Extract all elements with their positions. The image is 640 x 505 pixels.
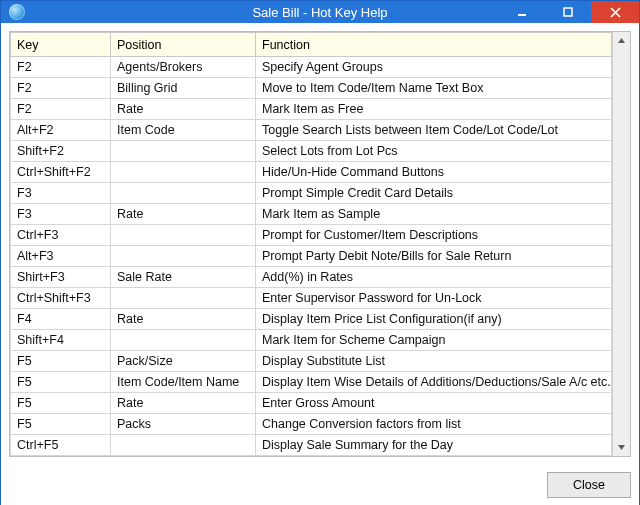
cell-position: [111, 183, 256, 204]
cell-function: Mark Item as Sample: [256, 204, 612, 225]
svg-rect-0: [518, 14, 526, 16]
cell-key: F5: [11, 351, 111, 372]
dialog-footer: Close: [9, 457, 631, 505]
close-button[interactable]: Close: [547, 472, 631, 498]
cell-function: Prompt Party Debit Note/Bills for Sale R…: [256, 246, 612, 267]
cell-function: Move to Item Code/Item Name Text Box: [256, 78, 612, 99]
cell-position: [111, 162, 256, 183]
table-row[interactable]: Ctrl+Shift+F2Hide/Un-Hide Command Button…: [11, 162, 612, 183]
table-scroll-area[interactable]: Key Position Function F2Agents/BrokersSp…: [10, 32, 612, 456]
hotkey-table: Key Position Function F2Agents/BrokersSp…: [10, 32, 612, 456]
vertical-scrollbar[interactable]: [612, 32, 630, 456]
cell-key: Ctrl+Shift+F3: [11, 288, 111, 309]
cell-function: Display Substitute List: [256, 351, 612, 372]
cell-position: Rate: [111, 393, 256, 414]
cell-function: Toggle Search Lists between Item Code/Lo…: [256, 120, 612, 141]
cell-key: F3: [11, 204, 111, 225]
cell-position: Sale Rate: [111, 267, 256, 288]
table-row[interactable]: F3RateMark Item as Sample: [11, 204, 612, 225]
cell-function: Enter Gross Amount: [256, 393, 612, 414]
table-row[interactable]: F5RateEnter Gross Amount: [11, 393, 612, 414]
cell-function: Select Lots from Lot Pcs: [256, 141, 612, 162]
table-row[interactable]: Alt+F3Prompt Party Debit Note/Bills for …: [11, 246, 612, 267]
cell-key: F2: [11, 99, 111, 120]
cell-key: Alt+F2: [11, 120, 111, 141]
scroll-down-icon[interactable]: [613, 439, 630, 456]
cell-position: Rate: [111, 99, 256, 120]
window-close-button[interactable]: [591, 1, 639, 23]
cell-key: Ctrl+Shift+F2: [11, 162, 111, 183]
cell-function: Enter Supervisor Password for Un-Lock: [256, 288, 612, 309]
cell-key: F2: [11, 57, 111, 78]
minimize-button[interactable]: [499, 1, 545, 23]
table-row[interactable]: F2Agents/BrokersSpecify Agent Groups: [11, 57, 612, 78]
table-row[interactable]: F3Prompt Simple Credit Card Details: [11, 183, 612, 204]
titlebar[interactable]: Sale Bill - Hot Key Help: [1, 1, 639, 23]
cell-function: Mark Item as Free: [256, 99, 612, 120]
cell-position: [111, 435, 256, 456]
table-row[interactable]: Ctrl+Shift+F3Enter Supervisor Password f…: [11, 288, 612, 309]
app-icon: [9, 4, 25, 20]
cell-key: F4: [11, 309, 111, 330]
cell-position: Packs: [111, 414, 256, 435]
maximize-button[interactable]: [545, 1, 591, 23]
col-header-key[interactable]: Key: [11, 33, 111, 57]
hotkey-table-container: Key Position Function F2Agents/BrokersSp…: [9, 31, 631, 457]
table-row[interactable]: F2RateMark Item as Free: [11, 99, 612, 120]
cell-key: F3: [11, 183, 111, 204]
cell-position: [111, 225, 256, 246]
cell-key: F5: [11, 414, 111, 435]
table-row[interactable]: F4RateDisplay Item Price List Configurat…: [11, 309, 612, 330]
cell-key: Ctrl+F5: [11, 435, 111, 456]
table-row[interactable]: F5Item Code/Item NameDisplay Item Wise D…: [11, 372, 612, 393]
cell-function: Prompt Simple Credit Card Details: [256, 183, 612, 204]
client-area: Key Position Function F2Agents/BrokersSp…: [1, 23, 639, 505]
cell-position: Rate: [111, 309, 256, 330]
cell-function: Hide/Un-Hide Command Buttons: [256, 162, 612, 183]
cell-function: Add(%) in Rates: [256, 267, 612, 288]
table-row[interactable]: F2Billing GridMove to Item Code/Item Nam…: [11, 78, 612, 99]
cell-position: Pack/Size: [111, 351, 256, 372]
scroll-up-icon[interactable]: [613, 32, 630, 49]
cell-position: [111, 246, 256, 267]
cell-key: Alt+F3: [11, 246, 111, 267]
table-row[interactable]: Ctrl+F3Prompt for Customer/Item Descript…: [11, 225, 612, 246]
cell-position: Item Code/Item Name: [111, 372, 256, 393]
cell-position: [111, 330, 256, 351]
cell-key: Shift+F2: [11, 141, 111, 162]
cell-position: Agents/Brokers: [111, 57, 256, 78]
window-controls: [499, 1, 639, 23]
cell-key: F5: [11, 372, 111, 393]
cell-function: Change Conversion factors from list: [256, 414, 612, 435]
table-row[interactable]: Alt+F2Item CodeToggle Search Lists betwe…: [11, 120, 612, 141]
col-header-position[interactable]: Position: [111, 33, 256, 57]
svg-rect-1: [564, 8, 572, 16]
cell-key: F5: [11, 393, 111, 414]
cell-function: Display Sale Summary for the Day: [256, 435, 612, 456]
cell-function: Display Item Price List Configuration(if…: [256, 309, 612, 330]
cell-function: Specify Agent Groups: [256, 57, 612, 78]
cell-key: F2: [11, 78, 111, 99]
table-row[interactable]: F5PacksChange Conversion factors from li…: [11, 414, 612, 435]
cell-function: Mark Item for Scheme Campaign: [256, 330, 612, 351]
cell-function: Display Item Wise Details of Additions/D…: [256, 372, 612, 393]
table-row[interactable]: F5Pack/SizeDisplay Substitute List: [11, 351, 612, 372]
cell-key: Shift+F4: [11, 330, 111, 351]
table-row[interactable]: Shift+F4Mark Item for Scheme Campaign: [11, 330, 612, 351]
table-row[interactable]: Shift+F2Select Lots from Lot Pcs: [11, 141, 612, 162]
cell-key: Ctrl+F3: [11, 225, 111, 246]
table-row[interactable]: Shirt+F3Sale RateAdd(%) in Rates: [11, 267, 612, 288]
cell-position: Billing Grid: [111, 78, 256, 99]
cell-function: Prompt for Customer/Item Descriptions: [256, 225, 612, 246]
table-header-row: Key Position Function: [11, 33, 612, 57]
window-frame: Sale Bill - Hot Key Help: [0, 0, 640, 505]
cell-position: [111, 141, 256, 162]
cell-position: [111, 288, 256, 309]
table-row[interactable]: Ctrl+F5Display Sale Summary for the Day: [11, 435, 612, 456]
cell-position: Item Code: [111, 120, 256, 141]
cell-position: Rate: [111, 204, 256, 225]
cell-key: Shirt+F3: [11, 267, 111, 288]
col-header-function[interactable]: Function: [256, 33, 612, 57]
